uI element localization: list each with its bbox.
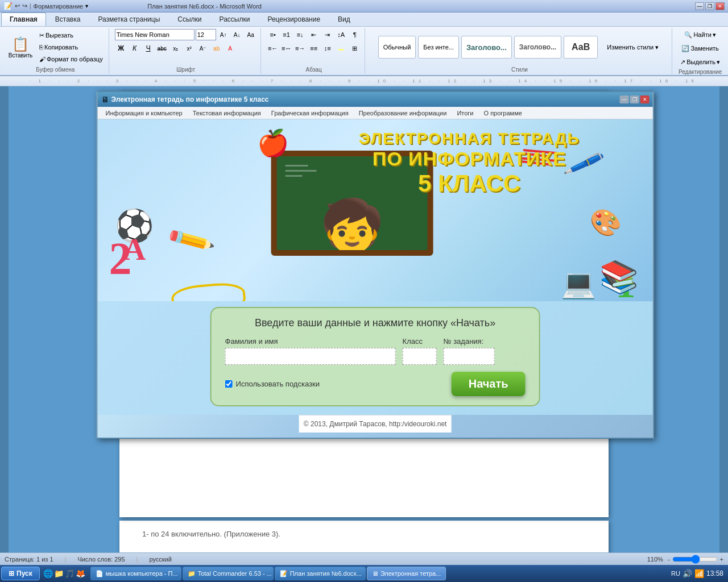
menu-text-info[interactable]: Текстовая информация — [188, 109, 266, 118]
style-normal[interactable]: Обычный — [378, 36, 416, 59]
align-left-button[interactable]: ≡← — [267, 43, 279, 54]
tab-insert[interactable]: Вставка — [47, 13, 89, 26]
taskbar-sound-icon[interactable]: 🔊 — [682, 569, 692, 578]
strikethrough-button[interactable]: abc — [156, 43, 168, 54]
word-count: Число слов: 295 — [77, 556, 125, 563]
zoom-in-icon[interactable]: + — [720, 556, 723, 563]
banner-title: ЭЛЕКТРОННАЯ ТЕТРАДЬ ПО ИНФОРМАТИКЕ 5 КЛА… — [359, 130, 580, 197]
underline-button[interactable]: Ч — [142, 43, 155, 54]
task-field-label: № задания: — [444, 337, 495, 346]
tab-references[interactable]: Ссылки — [169, 13, 210, 26]
taskbar-btn-word[interactable]: 📝 План занятия №6.docx... — [275, 567, 366, 580]
superscript-button[interactable]: x² — [183, 43, 196, 54]
style-heading1[interactable]: Заголово... — [461, 36, 512, 59]
font-color-button[interactable]: A — [224, 43, 237, 54]
decrease-indent-button[interactable]: ⇤ — [308, 29, 320, 40]
quick-access-redo[interactable]: ↪ — [22, 2, 27, 10]
font-shrink-button[interactable]: A↓ — [231, 29, 243, 40]
tab-review[interactable]: Рецензирование — [259, 13, 329, 26]
format-painter-button[interactable]: 🖌 Формат по образцу — [37, 53, 105, 65]
show-marks-button[interactable]: ¶ — [349, 29, 361, 40]
close-button[interactable]: ✕ — [715, 2, 725, 10]
name-input[interactable] — [225, 348, 396, 365]
style-title[interactable]: АаВ — [564, 36, 598, 59]
find-icon: 🔍 — [684, 31, 692, 39]
numbering-button[interactable]: ≡1 — [280, 29, 293, 40]
task-input[interactable] — [444, 348, 495, 365]
font-name-input[interactable] — [115, 29, 195, 40]
style-no-spacing[interactable]: Без инте... — [418, 36, 459, 59]
ribbon-content: 📋 Вставить ✂ Вырезать ⎘ Копировать — [0, 26, 728, 75]
find-button[interactable]: 🔍 Найти▾ — [682, 29, 718, 40]
menu-results[interactable]: Итоги — [452, 109, 478, 118]
change-styles-button[interactable]: Изменить стили ▾ — [605, 41, 661, 53]
taskbar-media-icon[interactable]: 🎵 — [65, 569, 75, 578]
menu-transform-info[interactable]: Преобразование информации — [354, 109, 452, 118]
borders-button[interactable]: ⊞ — [349, 43, 361, 54]
quick-access-dropdown[interactable]: ▾ — [85, 3, 88, 9]
tab-home[interactable]: Главная — [1, 13, 46, 26]
hints-checkbox[interactable] — [225, 380, 233, 388]
class-input[interactable] — [403, 348, 437, 365]
sort-button[interactable]: ↕A — [335, 29, 348, 40]
line-spacing-button[interactable]: ↕≡ — [321, 43, 334, 54]
font-grow-button[interactable]: A↑ — [217, 29, 230, 40]
justify-button[interactable]: ≡≡ — [308, 43, 320, 54]
align-right-button[interactable]: ≡→ — [294, 43, 307, 54]
menu-graphic-info[interactable]: Графическая информация — [267, 109, 353, 118]
bullets-button[interactable]: ≡• — [267, 29, 279, 40]
status-separator1: | — [65, 556, 67, 563]
taskbar-folder-icon[interactable]: 📁 — [54, 569, 64, 578]
start-button-taskbar[interactable]: ⊞ Пуск — [1, 567, 40, 580]
replace-button[interactable]: 🔄 Заменить — [679, 43, 721, 54]
status-bar-right: 110% - + — [647, 556, 723, 563]
letter-a-deco: A — [123, 231, 146, 267]
select-button[interactable]: ↗ Выделить▾ — [678, 56, 722, 68]
zoom-control[interactable]: - + — [668, 556, 723, 563]
shading-button[interactable]: ▬ — [335, 43, 348, 54]
taskbar-ie-icon[interactable]: 🌐 — [43, 569, 53, 578]
italic-button[interactable]: К — [129, 43, 141, 54]
copy-button[interactable]: ⎘ Копировать — [37, 41, 105, 53]
menu-info-computer[interactable]: Информация и компьютер — [101, 109, 187, 118]
highlight-button[interactable]: ab — [210, 43, 223, 54]
restore-button[interactable]: ❐ — [705, 2, 714, 10]
clear-format-button[interactable]: Aa — [245, 29, 257, 40]
tab-mailings[interactable]: Рассылки — [211, 13, 259, 26]
popup-title: Электронная тетрадь по информатике 5 кла… — [111, 95, 269, 103]
taskbar-btn-notebook[interactable]: 🖥 Электронная тетра... — [367, 567, 446, 580]
increase-indent-button[interactable]: ⇥ — [321, 29, 334, 40]
paragraph-group: ≡• ≡1 ≡↓ ⇤ ⇥ ↕A ¶ ≡← ≡↔ ≡→ ≡≡ ↕≡ ▬ — [263, 28, 365, 74]
zoom-out-icon[interactable]: - — [668, 556, 670, 563]
content-area: 6) Рефлексия (подведение итогов занятия)… — [0, 86, 728, 582]
multilevel-button[interactable]: ≡↓ — [294, 29, 307, 40]
minimize-button[interactable]: — — [695, 2, 704, 10]
style-heading2[interactable]: Заголово... — [514, 36, 561, 59]
tab-page-layout[interactable]: Разметка страницы — [89, 13, 168, 26]
zoom-slider[interactable] — [672, 556, 718, 562]
taskbar-network-icon[interactable]: 📶 — [694, 569, 704, 578]
tab-view[interactable]: Вид — [329, 13, 359, 26]
popup-restore[interactable]: ❐ — [630, 95, 639, 103]
popup-minimize[interactable]: — — [620, 95, 629, 103]
select-label: Выделить — [686, 59, 715, 65]
bold-button[interactable]: Ж — [115, 43, 127, 54]
cut-button[interactable]: ✂ Вырезать — [37, 30, 105, 41]
subscript-button[interactable]: x₂ — [169, 43, 182, 54]
taskbar-btn-commander[interactable]: 📁 Total Commander 6.53 - ... — [183, 567, 274, 580]
taskbar-btn-mouse[interactable]: 📄 мышка компьютера - П... — [90, 567, 181, 580]
taskbar-firefox-icon[interactable]: 🦊 — [76, 569, 85, 578]
paste-icon: 📋 — [12, 36, 29, 52]
font-size-input[interactable] — [196, 29, 216, 40]
format-painter-icon: 🖌 — [39, 56, 46, 63]
popup-close[interactable]: ✕ — [640, 95, 650, 103]
text-effects-button[interactable]: A⁻ — [197, 43, 209, 54]
paste-button[interactable]: 📋 Вставить — [6, 30, 35, 64]
quick-access-undo[interactable]: ↩ — [15, 2, 20, 10]
start-button[interactable]: Начать — [452, 372, 526, 396]
styles-group: Обычный Без инте... Заголово... Заголово… — [367, 28, 673, 74]
menu-about[interactable]: О программе — [479, 109, 527, 118]
hints-checkbox-label[interactable]: Использовать подсказки — [225, 380, 320, 388]
popup-footer: © 2013, Дмитрий Тарасов, http:/videourok… — [299, 415, 452, 433]
align-center-button[interactable]: ≡↔ — [280, 43, 293, 54]
